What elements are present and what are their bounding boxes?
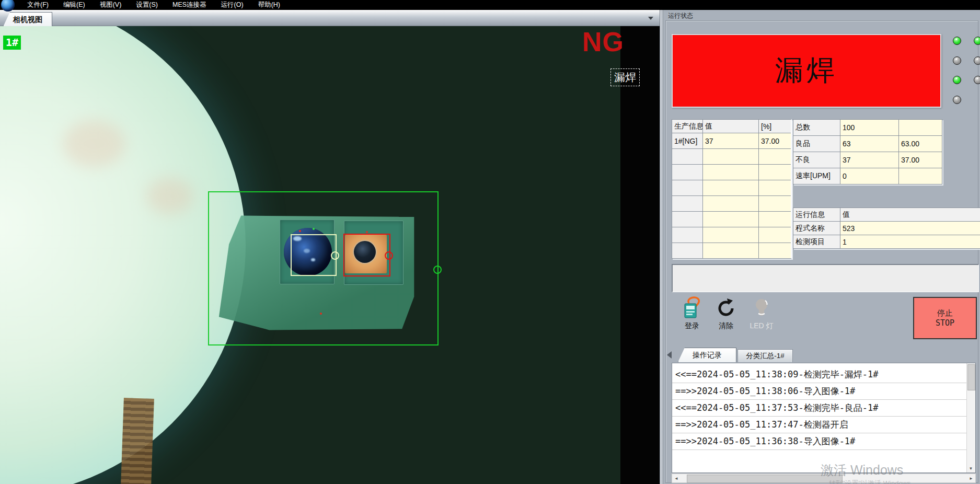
menu-bar: 文件(F) 编辑(E) 视图(V) 设置(S) MES连接器 运行(O) 帮助(… bbox=[0, 0, 980, 10]
table-cell bbox=[759, 149, 791, 164]
scroll-down-arrow-icon[interactable]: ▼ bbox=[967, 465, 974, 472]
table-cell: 1#[NG] bbox=[672, 133, 702, 148]
log-entry: <<==2024-05-05_11:37:53-检测完毕-良品-1# bbox=[672, 400, 975, 417]
run-info-table: 运行信息 值 程式名称 523 检测项目 1 bbox=[793, 208, 980, 249]
chevron-down-icon[interactable] bbox=[648, 17, 653, 20]
camera-viewport[interactable]: 1# NG 漏焊 bbox=[0, 26, 660, 484]
table-cell: 37.00 bbox=[759, 133, 791, 148]
table-cell: 0 bbox=[840, 168, 898, 184]
led-indicator bbox=[953, 96, 961, 104]
clear-label: 清除 bbox=[719, 321, 733, 331]
table-cell: 63 bbox=[840, 136, 898, 152]
menu-run[interactable]: 运行(O) bbox=[214, 0, 251, 10]
disc-blotch bbox=[146, 178, 193, 214]
station-badge: 1# bbox=[3, 36, 21, 50]
table-cell bbox=[899, 120, 942, 135]
login-icon bbox=[682, 296, 702, 319]
log-vertical-scrollbar[interactable]: ▼ bbox=[966, 363, 975, 473]
led-indicator bbox=[953, 76, 961, 84]
scrollbar-thumb[interactable] bbox=[967, 364, 975, 390]
table-cell bbox=[703, 212, 758, 227]
alarm-banner-text: 漏焊 bbox=[775, 52, 838, 90]
login-label: 登录 bbox=[685, 321, 699, 331]
table-cell bbox=[899, 168, 942, 184]
clear-button[interactable]: 清除 bbox=[710, 296, 742, 331]
table-cell: 37 bbox=[703, 133, 758, 148]
column-header: [%] bbox=[759, 120, 791, 133]
led-indicator bbox=[953, 37, 961, 45]
roi-rectangle bbox=[208, 191, 439, 345]
row-label: 速率[UPM] bbox=[793, 168, 840, 184]
table-cell bbox=[672, 149, 702, 164]
alarm-banner: 漏焊 bbox=[672, 34, 941, 108]
menu-settings[interactable]: 设置(S) bbox=[129, 0, 165, 10]
led-indicator bbox=[974, 76, 980, 84]
led-indicator bbox=[974, 37, 980, 45]
table-cell bbox=[703, 180, 758, 195]
scroll-left-arrow-icon[interactable]: ◄ bbox=[672, 474, 681, 482]
tab-operation-log[interactable]: 操作记录 bbox=[678, 348, 736, 362]
table-cell: 100 bbox=[840, 120, 898, 135]
disc-blotch bbox=[63, 120, 125, 167]
table-cell: 1 bbox=[840, 235, 980, 248]
totals-table: 总数 100 良品 63 63.00 不良 37 37.00 速率[UPM] 0 bbox=[793, 119, 942, 185]
windows-activation-watermark-line2: 转到"设置"以激活 Windows。 bbox=[829, 479, 918, 484]
app-window: 文件(F) 编辑(E) 视图(V) 设置(S) MES连接器 运行(O) 帮助(… bbox=[0, 0, 980, 484]
table-cell: 63.00 bbox=[899, 136, 942, 152]
camera-tab-strip: 相机视图 bbox=[0, 10, 660, 26]
login-button[interactable]: 登录 bbox=[676, 296, 708, 331]
stop-label-en: STOP bbox=[936, 318, 954, 328]
table-cell bbox=[759, 196, 791, 211]
row-label: 良品 bbox=[793, 136, 840, 152]
table-cell bbox=[759, 243, 791, 258]
column-header: 值 bbox=[840, 208, 980, 221]
stop-button[interactable]: 停止 STOP bbox=[913, 297, 977, 339]
status-panel-title: 运行状态 bbox=[668, 11, 693, 20]
menu-edit[interactable]: 编辑(E) bbox=[56, 0, 93, 10]
table-cell bbox=[703, 165, 758, 180]
table-cell: 37 bbox=[840, 152, 898, 168]
column-header: 生产信息 bbox=[672, 120, 702, 133]
menu-help[interactable]: 帮助(H) bbox=[251, 0, 287, 10]
table-cell bbox=[759, 180, 791, 195]
tab-category-summary[interactable]: 分类汇总-1# bbox=[737, 349, 793, 362]
result-overlay-text: NG bbox=[582, 26, 624, 57]
led-lamp-icon bbox=[751, 296, 772, 319]
scrollbar-thumb[interactable] bbox=[687, 475, 843, 483]
table-cell bbox=[672, 196, 702, 211]
table-cell bbox=[672, 180, 702, 195]
table-cell bbox=[672, 243, 702, 258]
table-cell bbox=[672, 227, 702, 243]
camera-letterbox bbox=[620, 26, 660, 484]
row-label: 总数 bbox=[793, 120, 840, 135]
table-cell bbox=[759, 165, 791, 180]
row-label: 程式名称 bbox=[793, 222, 840, 235]
stop-label-cn: 停止 bbox=[937, 308, 953, 318]
led-light-label: LED 灯 bbox=[750, 321, 773, 331]
menu-view[interactable]: 视图(V) bbox=[93, 0, 129, 10]
clear-icon bbox=[716, 296, 736, 319]
led-indicator bbox=[974, 56, 980, 65]
menu-file[interactable]: 文件(F) bbox=[20, 0, 56, 10]
windows-activation-watermark: 激活 Windows bbox=[821, 462, 903, 479]
table-cell bbox=[703, 243, 758, 258]
menu-mes-connector[interactable]: MES连接器 bbox=[165, 0, 214, 10]
table-cell: 37.00 bbox=[899, 152, 942, 168]
led-indicator bbox=[953, 56, 961, 65]
led-light-button[interactable]: LED 灯 bbox=[746, 296, 777, 331]
column-header: 值 bbox=[703, 120, 758, 133]
row-label: 检测项目 bbox=[793, 235, 840, 248]
tab-camera-view[interactable]: 相机视图 bbox=[3, 12, 52, 27]
table-cell bbox=[672, 165, 702, 180]
table-cell bbox=[759, 212, 791, 227]
log-entry: <<==2024-05-05_11:38:09-检测完毕-漏焊-1# bbox=[672, 366, 975, 383]
table-cell bbox=[672, 212, 702, 227]
status-panel: 运行状态 漏焊 生产信息 值 [%] 1#[NG] 37 37.00 bbox=[664, 10, 980, 484]
row-label: 不良 bbox=[793, 152, 840, 168]
tab-scroll-left-icon[interactable] bbox=[667, 351, 672, 359]
scroll-right-arrow-icon[interactable]: ► bbox=[967, 474, 975, 482]
panel-splitter[interactable] bbox=[660, 10, 664, 484]
production-table: 生产信息 值 [%] 1#[NG] 37 37.00 bbox=[672, 119, 792, 259]
table-cell bbox=[703, 196, 758, 211]
camera-fixture-strip bbox=[121, 398, 154, 484]
